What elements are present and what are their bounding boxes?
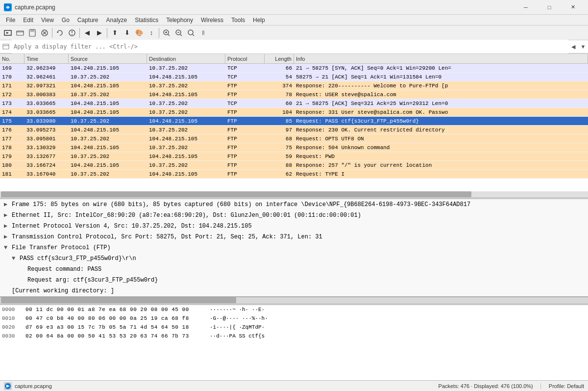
cell-proto: FTP	[225, 83, 265, 89]
menu-capture[interactable]: Capture	[74, 15, 102, 26]
packet-list-hscroll[interactable]	[0, 191, 588, 197]
toolbar-close[interactable]	[39, 27, 50, 39]
menu-help[interactable]: Help	[249, 15, 269, 26]
cell-no: 181	[0, 171, 24, 177]
cell-info: 21 → 58275 [ACK] Seq=321 Ack=25 Win=2931…	[294, 101, 588, 106]
menu-statistics[interactable]: Statistics	[131, 15, 162, 26]
toolbar-zoom-in[interactable]	[161, 27, 172, 39]
hscroll-thumb[interactable]	[1, 191, 471, 197]
detail-row[interactable]: ▶ Ethernet II, Src: IntelCor_68:90:20 (a…	[0, 210, 588, 221]
menu-edit[interactable]: Edit	[19, 15, 37, 26]
hex-row: 0030 02 00 64 8a 00 00 50 41 53 53 20 63…	[0, 332, 588, 340]
toolbar-reload[interactable]	[54, 27, 66, 39]
cell-no: 170	[0, 74, 24, 80]
detail-row[interactable]: ▶ Internet Protocol Version 4, Src: 10.3…	[0, 221, 588, 232]
hex-bytes: 00 47 c0 b8 40 00 80 06 00 00 0a 25 19 c…	[25, 315, 202, 321]
cell-src: 10.37.25.202	[69, 136, 147, 142]
detail-text: Request arg: ctf{s3cur3_FTP_p455w0rd}	[27, 276, 584, 285]
packet-row[interactable]: 178 33.130329 104.248.215.105 10.37.25.2…	[0, 143, 588, 152]
cell-len: 59	[265, 154, 294, 159]
cell-dst: 104.248.215.105	[147, 171, 225, 177]
filter-input[interactable]	[12, 40, 568, 53]
toolbar-autoscroll[interactable]: ↕	[146, 27, 157, 39]
hex-ascii: ·i····|{ ·ZqMTdP·	[210, 324, 265, 330]
toolbar-zoom-out[interactable]	[173, 27, 185, 39]
detail-text: PASS ctf{s3cur3_FTP_p455w0rd}\r\n	[20, 254, 584, 263]
packet-row[interactable]: 169 32.962349 104.248.215.105 10.37.25.2…	[0, 64, 588, 73]
status-profile: Profile: Default	[540, 383, 584, 389]
cell-no: 178	[0, 145, 24, 151]
detail-hscroll-thumb[interactable]	[1, 297, 236, 303]
detail-row[interactable]: ▼ PASS ctf{s3cur3_FTP_p455w0rd}\r\n	[0, 253, 588, 264]
toolbar-save[interactable]	[26, 27, 38, 39]
toolbar-sep3	[107, 28, 107, 38]
cell-len: 60	[265, 101, 294, 106]
toolbar-back[interactable]: ◀	[81, 27, 93, 39]
menu-view[interactable]: View	[37, 15, 58, 26]
cell-proto: FTP	[225, 136, 265, 142]
toolbar-scroll-up[interactable]: ⬆	[109, 27, 121, 39]
packet-row[interactable]: 173 33.033665 104.248.215.105 10.37.25.2…	[0, 99, 588, 108]
filter-bookmark[interactable]: ◀	[568, 40, 578, 53]
filter-dropdown[interactable]: ▼	[578, 40, 588, 53]
packet-row[interactable]: 174 33.033665 104.248.215.105 10.37.25.2…	[0, 108, 588, 117]
cell-len: 85	[265, 118, 294, 124]
menu-go[interactable]: Go	[58, 15, 74, 26]
cell-no: 171	[0, 83, 24, 89]
toolbar-capture-options[interactable]	[66, 27, 78, 39]
filter-icon	[0, 40, 12, 53]
cell-src: 104.248.215.105	[69, 145, 147, 151]
packet-rows[interactable]: 169 32.962349 104.248.215.105 10.37.25.2…	[0, 64, 588, 191]
cell-src: 10.37.25.202	[69, 118, 147, 124]
expand-arrow: ▶	[4, 211, 11, 220]
cell-dst: 10.37.25.202	[147, 109, 225, 115]
svg-line-14	[168, 34, 170, 36]
cell-time: 33.095801	[24, 136, 69, 142]
cell-info: Response: 220---------- Welcome to Pure-…	[294, 83, 588, 89]
col-header-info: Info	[294, 54, 588, 64]
toolbar-open[interactable]	[14, 27, 26, 39]
toolbar-forward[interactable]: ▶	[94, 27, 105, 39]
cell-info: 58275 → 21 [ACK] Seq=1 Ack=1 Win=131584 …	[294, 74, 588, 80]
packet-row[interactable]: 181 33.167040 10.37.25.202 104.248.215.1…	[0, 170, 588, 179]
toolbar-colorize[interactable]: 🎨	[133, 27, 145, 39]
menu-tools[interactable]: Tools	[227, 15, 249, 26]
packet-row[interactable]: 177 33.095801 10.37.25.202 104.248.215.1…	[0, 134, 588, 143]
packet-row[interactable]: 179 33.132677 10.37.25.202 104.248.215.1…	[0, 152, 588, 161]
cell-info: Response: 331 User steve@spalica.com OK.…	[294, 109, 588, 115]
cell-proto: TCP	[225, 101, 265, 106]
menu-analyze[interactable]: Analyze	[102, 15, 131, 26]
packet-row[interactable]: 171 32.997321 104.248.215.105 10.37.25.2…	[0, 81, 588, 90]
detail-row[interactable]: ▶ Frame 175: 85 bytes on wire (680 bits)…	[0, 199, 588, 210]
packet-row[interactable]: 180 33.166724 104.248.215.105 10.37.25.2…	[0, 161, 588, 170]
maximize-button[interactable]: □	[538, 0, 561, 15]
packet-row[interactable]: 172 33.000383 10.37.25.202 104.248.215.1…	[0, 90, 588, 99]
cell-dst: 10.37.25.202	[147, 65, 225, 71]
cell-no: 176	[0, 127, 24, 133]
detail-row[interactable]: ▶ Transmission Control Protocol, Src Por…	[0, 232, 588, 242]
toolbar-zoom-reset[interactable]	[185, 27, 197, 39]
filter-bar: ◀ ▼	[0, 40, 588, 54]
menu-wireless[interactable]: Wireless	[197, 15, 227, 26]
toolbar-new-capture[interactable]	[2, 27, 14, 39]
menu-file[interactable]: File	[2, 15, 19, 26]
window-title: capture.pcapng	[15, 4, 514, 11]
detail-row: Request command: PASS	[0, 264, 588, 275]
packet-row[interactable]: 176 33.095273 104.248.215.105 10.37.25.2…	[0, 126, 588, 134]
toolbar-scroll-down[interactable]: ⬇	[121, 27, 133, 39]
minimize-button[interactable]: ─	[514, 0, 537, 15]
toolbar-resize-columns[interactable]: ⫴	[197, 27, 209, 39]
detail-row[interactable]: ▼ File Transfer Protocol (FTP)	[0, 242, 588, 253]
packet-row[interactable]: 175 33.033980 10.37.25.202 104.248.215.1…	[0, 117, 588, 126]
detail-row: Request arg: ctf{s3cur3_FTP_p455w0rd}	[0, 275, 588, 286]
cell-len: 75	[265, 145, 294, 151]
cell-proto: FTP	[225, 171, 265, 177]
detail-text: Transmission Control Protocol, Src Port:…	[12, 233, 584, 241]
cell-dst: 104.248.215.105	[147, 154, 225, 159]
menu-telephony[interactable]: Telephony	[162, 15, 197, 26]
close-button[interactable]: ✕	[562, 0, 584, 15]
detail-hscroll[interactable]	[0, 297, 588, 303]
cell-src: 104.248.215.105	[69, 109, 147, 115]
cell-time: 33.033665	[24, 101, 69, 106]
packet-row[interactable]: 170 32.962461 10.37.25.202 104.248.215.1…	[0, 73, 588, 81]
